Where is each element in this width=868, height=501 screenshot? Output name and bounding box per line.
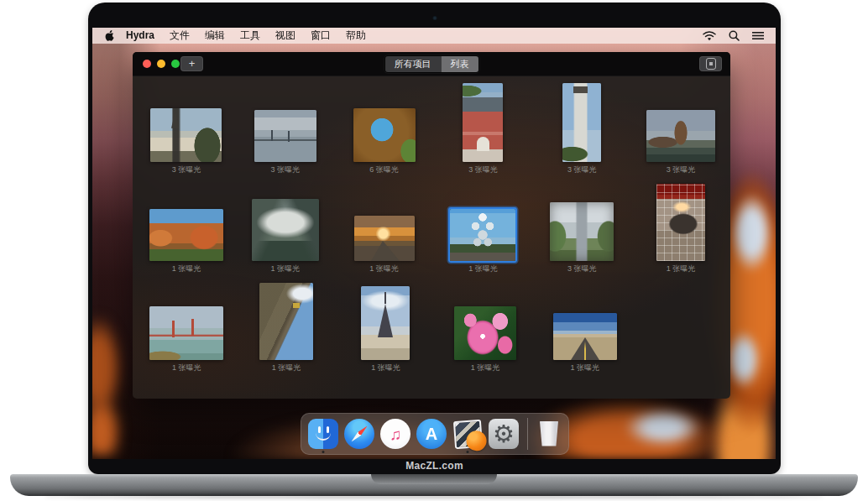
red-church-thumbnail[interactable]	[463, 83, 503, 162]
exposure-count-label: 3 张曝光	[567, 264, 597, 274]
app-store-icon	[416, 419, 447, 449]
photo-item-palace-fine-arts[interactable]: 3 张曝光	[631, 76, 730, 175]
menu-items: Hydra文件编辑工具视图窗口帮助	[118, 28, 374, 44]
photo-item-golden-gate-bridge[interactable]: 1 张曝光	[137, 274, 237, 373]
dock-safari[interactable]	[343, 416, 375, 451]
camera-dot	[432, 16, 437, 20]
laptop-frame: Hydra文件编辑工具视图窗口帮助	[88, 3, 781, 474]
search-icon[interactable]	[729, 30, 740, 41]
photo-item-red-church[interactable]: 3 张曝光	[433, 76, 532, 175]
dock-separator	[527, 418, 528, 450]
palace-fine-arts-thumbnail[interactable]	[646, 110, 715, 162]
exposure-count-label: 3 张曝光	[468, 164, 498, 175]
stone-tower-park-thumbnail[interactable]	[550, 202, 614, 261]
display-panel-icon	[706, 58, 716, 70]
atomium-thumbnail[interactable]	[450, 209, 515, 261]
macbook-mockup: Hydra文件编辑工具视图窗口帮助	[0, 0, 868, 501]
lid-notch	[371, 474, 497, 484]
traffic-lights	[143, 52, 180, 76]
photo-item-apple-store-glass[interactable]: 1 张曝光	[631, 175, 730, 274]
exposure-count-label: 1 张曝光	[369, 264, 399, 274]
photo-item-stone-tower-park[interactable]: 3 张曝光	[532, 175, 631, 274]
photo-item-sunset-road[interactable]: 1 张曝光	[335, 175, 434, 274]
menu-hydra[interactable]: Hydra	[118, 28, 162, 44]
view-segmented-control: 所有项目 列表	[384, 55, 479, 73]
menu-status-icons	[703, 30, 776, 41]
photo-item-bay-bridge[interactable]: 3 张曝光	[236, 76, 335, 175]
wallpaper-glow-left	[92, 296, 137, 456]
menu-bar: Hydra文件编辑工具视图窗口帮助	[92, 28, 776, 44]
photo-item-nest-sculpture[interactable]: 6 张曝光	[335, 76, 434, 175]
exposure-count-label: 1 张曝光	[371, 363, 400, 373]
segment-list[interactable]: 列表	[441, 56, 478, 72]
dock-system-preferences[interactable]	[488, 416, 520, 451]
exposure-count-label: 6 张曝光	[369, 164, 399, 175]
exposure-count-label: 3 张曝光	[172, 164, 201, 175]
add-button[interactable]: +	[180, 56, 203, 71]
minimize-button[interactable]	[157, 60, 165, 68]
golden-gate-bridge-thumbnail[interactable]	[149, 306, 223, 360]
notification-center-icon[interactable]	[752, 31, 764, 40]
exposure-count-label: 3 张曝光	[270, 164, 300, 175]
nest-sculpture-thumbnail[interactable]	[353, 108, 416, 162]
dock-hydra[interactable]	[452, 416, 484, 451]
screen: Hydra文件编辑工具视图窗口帮助	[92, 28, 776, 459]
desert-road-thumbnail[interactable]	[553, 313, 617, 360]
eiffel-tower-thumbnail[interactable]	[361, 286, 410, 360]
exposure-count-label: 1 张曝光	[272, 363, 301, 373]
menu-window[interactable]: 窗口	[303, 28, 338, 44]
photo-grid-row-3: 1 张曝光1 张曝光1 张曝光1 张曝光1 张曝光	[133, 274, 730, 373]
dock-trash[interactable]	[536, 416, 562, 451]
hydra-icon	[452, 419, 482, 448]
dock-app-store[interactable]	[416, 416, 447, 451]
exposure-count-label: 3 张曝光	[567, 164, 597, 175]
display-panel-button[interactable]	[699, 56, 722, 71]
exposure-count-label: 1 张曝光	[570, 363, 599, 373]
red-rock-spires-thumbnail[interactable]	[149, 209, 223, 261]
cathedral-facade-thumbnail[interactable]	[259, 283, 313, 360]
photo-item-atomium[interactable]: 1 张曝光	[433, 175, 532, 274]
exposure-count-label: 1 张曝光	[471, 363, 500, 373]
menu-view[interactable]: 视图	[268, 28, 303, 44]
close-button[interactable]	[143, 60, 151, 68]
exposure-count-label: 3 张曝光	[667, 164, 696, 175]
menu-edit[interactable]: 编辑	[197, 28, 233, 44]
photo-item-desert-road[interactable]: 1 张曝光	[535, 274, 635, 373]
bezel-watermark: MacZL.com	[88, 460, 781, 472]
apple-store-glass-thumbnail[interactable]	[656, 184, 705, 261]
finder-icon	[308, 419, 338, 449]
photo-item-pink-flowers[interactable]: 1 张曝光	[436, 274, 536, 373]
window-titlebar[interactable]: + 所有项目 列表	[133, 52, 730, 76]
misty-valley-thumbnail[interactable]	[252, 199, 319, 261]
system-preferences-icon	[489, 419, 519, 449]
menu-file[interactable]: 文件	[162, 28, 197, 44]
photo-item-church-town[interactable]: 3 张曝光	[137, 76, 236, 175]
exposure-count-label: 1 张曝光	[172, 264, 201, 274]
dock-itunes[interactable]	[379, 416, 411, 451]
sunset-road-thumbnail[interactable]	[354, 216, 415, 261]
dock-finder[interactable]	[307, 416, 339, 451]
menu-help[interactable]: 帮助	[338, 28, 374, 44]
church-town-thumbnail[interactable]	[150, 108, 222, 162]
pink-flowers-thumbnail[interactable]	[454, 306, 516, 360]
photo-grid-row-2: 1 张曝光1 张曝光1 张曝光1 张曝光3 张曝光1 张曝光	[133, 175, 730, 274]
bay-bridge-thumbnail[interactable]	[254, 110, 316, 162]
apple-menu-icon[interactable]	[104, 29, 115, 42]
exposure-count-label: 1 张曝光	[270, 264, 300, 274]
segment-all-items[interactable]: 所有项目	[385, 56, 441, 72]
exposure-count-label: 1 张曝光	[468, 264, 498, 274]
menu-tools[interactable]: 工具	[233, 28, 268, 44]
laptop-base	[10, 474, 858, 496]
photo-item-misty-valley[interactable]: 1 张曝光	[236, 175, 335, 274]
photo-item-eiffel-tower[interactable]: 1 张曝光	[336, 274, 436, 373]
trash-icon	[539, 421, 559, 447]
photo-item-red-rock-spires[interactable]: 1 张曝光	[137, 175, 236, 274]
wifi-icon[interactable]	[703, 31, 716, 41]
bell-tower-thumbnail[interactable]	[562, 83, 601, 162]
exposure-count-label: 1 张曝光	[172, 363, 201, 373]
photo-item-bell-tower[interactable]: 3 张曝光	[532, 76, 631, 175]
hydra-window: + 所有项目 列表 3 张曝光3 张曝光6 张曝光3 张曝光3 张曝光3 张曝光…	[133, 52, 730, 399]
zoom-button[interactable]	[171, 60, 180, 68]
itunes-icon	[380, 419, 410, 449]
photo-item-cathedral-facade[interactable]: 1 张曝光	[237, 274, 337, 373]
